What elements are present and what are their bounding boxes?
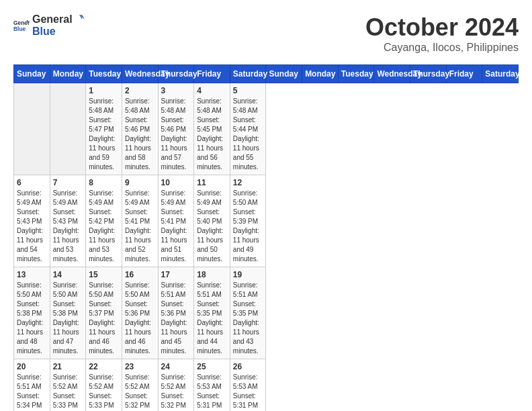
sunset-label: Sunset: 5:46 PM [125,116,150,133]
sunset-label: Sunset: 5:32 PM [161,392,186,409]
daylight-minutes: and 44 minutes. [197,338,222,355]
day-info: Sunrise: 5:48 AM Sunset: 5:44 PM Dayligh… [233,97,263,172]
sunrise-label: Sunrise: 5:48 AM [197,97,222,114]
daylight-minutes: and 52 minutes. [125,246,150,263]
daylight-minutes: and 53 minutes. [89,246,114,263]
day-number: 3 [161,86,191,95]
daylight-label: Daylight: 11 hours [89,135,115,152]
day-number: 2 [125,86,155,95]
sunrise-label: Sunrise: 5:53 AM [233,373,258,390]
calendar-cell: 20 Sunrise: 5:51 AM Sunset: 5:34 PM Dayl… [14,359,50,412]
sunset-label: Sunset: 5:46 PM [161,116,186,133]
sunrise-label: Sunrise: 5:50 AM [125,281,150,298]
sunrise-label: Sunrise: 5:51 AM [17,373,42,390]
day-info: Sunrise: 5:49 AM Sunset: 5:40 PM Dayligh… [197,189,227,264]
sunset-label: Sunset: 5:41 PM [125,208,150,225]
daylight-label: Daylight: 11 hours [125,227,151,244]
calendar-cell: 7 Sunrise: 5:49 AM Sunset: 5:43 PM Dayli… [50,175,86,267]
col-header-wednesday: Wednesday [374,65,410,83]
day-number: 16 [125,270,155,279]
daylight-minutes: and 49 minutes. [233,246,259,263]
daylight-label: Daylight: 11 hours [53,319,79,336]
sunrise-label: Sunrise: 5:49 AM [17,189,42,206]
daylight-label: Daylight: 11 hours [89,227,115,244]
day-number: 7 [53,178,83,187]
calendar-week-1: 1 Sunrise: 5:48 AM Sunset: 5:47 PM Dayli… [14,83,519,175]
sunset-label: Sunset: 5:31 PM [233,392,258,409]
day-number: 21 [53,362,83,371]
svg-text:Blue: Blue [13,26,26,32]
day-info: Sunrise: 5:49 AM Sunset: 5:41 PM Dayligh… [125,189,155,264]
daylight-label: Daylight: 11 hours [233,135,259,152]
day-info: Sunrise: 5:49 AM Sunset: 5:43 PM Dayligh… [17,189,47,264]
day-header-friday: Friday [194,65,230,83]
sunset-label: Sunset: 5:34 PM [17,392,42,409]
daylight-minutes: and 56 minutes. [197,154,222,171]
calendar-cell: 12 Sunrise: 5:50 AM Sunset: 5:39 PM Dayl… [230,175,266,267]
sunset-label: Sunset: 5:43 PM [53,208,78,225]
sunset-label: Sunset: 5:33 PM [53,392,78,409]
logo: General Blue General Blue [13,13,86,38]
sunrise-label: Sunrise: 5:49 AM [125,189,150,206]
day-header-monday: Monday [50,65,86,83]
calendar-week-4: 20 Sunrise: 5:51 AM Sunset: 5:34 PM Dayl… [14,359,519,412]
day-info: Sunrise: 5:48 AM Sunset: 5:47 PM Dayligh… [89,97,119,172]
calendar-cell: 19 Sunrise: 5:51 AM Sunset: 5:35 PM Dayl… [230,267,266,359]
sunset-label: Sunset: 5:36 PM [161,300,186,317]
daylight-label: Daylight: 11 hours [233,227,259,244]
daylight-minutes: and 47 minutes. [53,338,79,355]
day-info: Sunrise: 5:51 AM Sunset: 5:36 PM Dayligh… [161,281,191,356]
day-info: Sunrise: 5:49 AM Sunset: 5:41 PM Dayligh… [161,189,191,264]
daylight-minutes: and 45 minutes. [161,338,187,355]
day-info: Sunrise: 5:48 AM Sunset: 5:46 PM Dayligh… [125,97,155,172]
day-header-sunday: Sunday [14,65,50,83]
day-number: 12 [233,178,263,187]
calendar-cell: 8 Sunrise: 5:49 AM Sunset: 5:42 PM Dayli… [86,175,122,267]
calendar-cell: 6 Sunrise: 5:49 AM Sunset: 5:43 PM Dayli… [14,175,50,267]
daylight-label: Daylight: 11 hours [89,319,115,336]
day-header-saturday: Saturday [230,65,266,83]
day-number: 18 [197,270,227,279]
sunrise-label: Sunrise: 5:50 AM [53,281,78,298]
calendar-cell: 21 Sunrise: 5:52 AM Sunset: 5:33 PM Dayl… [50,359,86,412]
calendar-cell: 13 Sunrise: 5:50 AM Sunset: 5:38 PM Dayl… [14,267,50,359]
col-header-thursday: Thursday [410,65,447,83]
calendar-table: SundayMondayTuesdayWednesdayThursdayFrid… [13,64,519,411]
sunrise-label: Sunrise: 5:50 AM [17,281,42,298]
sunrise-label: Sunrise: 5:49 AM [197,189,222,206]
calendar-cell: 2 Sunrise: 5:48 AM Sunset: 5:46 PM Dayli… [122,83,158,175]
sunset-label: Sunset: 5:47 PM [89,116,114,133]
daylight-label: Daylight: 11 hours [125,135,151,152]
day-number: 8 [89,178,119,187]
sunrise-label: Sunrise: 5:49 AM [161,189,186,206]
day-info: Sunrise: 5:51 AM Sunset: 5:35 PM Dayligh… [197,281,227,356]
col-header-friday: Friday [446,65,482,83]
daylight-minutes: and 58 minutes. [125,154,150,171]
calendar-cell: 24 Sunrise: 5:52 AM Sunset: 5:32 PM Dayl… [158,359,194,412]
day-info: Sunrise: 5:48 AM Sunset: 5:45 PM Dayligh… [197,97,227,172]
calendar-cell: 22 Sunrise: 5:52 AM Sunset: 5:33 PM Dayl… [86,359,122,412]
calendar-cell: 5 Sunrise: 5:48 AM Sunset: 5:44 PM Dayli… [230,83,266,175]
daylight-minutes: and 46 minutes. [89,338,114,355]
daylight-label: Daylight: 11 hours [17,227,43,244]
calendar-week-3: 13 Sunrise: 5:50 AM Sunset: 5:38 PM Dayl… [14,267,519,359]
sunrise-label: Sunrise: 5:51 AM [197,281,222,298]
daylight-label: Daylight: 11 hours [161,227,187,244]
day-info: Sunrise: 5:52 AM Sunset: 5:33 PM Dayligh… [89,373,119,411]
calendar-cell: 10 Sunrise: 5:49 AM Sunset: 5:41 PM Dayl… [158,175,194,267]
calendar-cell [50,83,86,175]
col-header-monday: Monday [302,65,339,83]
day-number: 6 [17,178,47,187]
day-info: Sunrise: 5:49 AM Sunset: 5:43 PM Dayligh… [53,189,83,264]
sunset-label: Sunset: 5:40 PM [197,208,222,225]
calendar-cell: 26 Sunrise: 5:53 AM Sunset: 5:31 PM Dayl… [230,359,266,412]
sunset-label: Sunset: 5:45 PM [197,116,222,133]
daylight-label: Daylight: 11 hours [53,227,79,244]
month-year-title: October 2024 [365,13,519,42]
day-number: 19 [233,270,263,279]
page-header: General Blue General Blue October 2024 C… [13,13,519,54]
day-info: Sunrise: 5:52 AM Sunset: 5:32 PM Dayligh… [125,373,155,411]
calendar-cell: 16 Sunrise: 5:50 AM Sunset: 5:36 PM Dayl… [122,267,158,359]
calendar-cell [14,83,50,175]
daylight-label: Daylight: 11 hours [161,319,187,336]
